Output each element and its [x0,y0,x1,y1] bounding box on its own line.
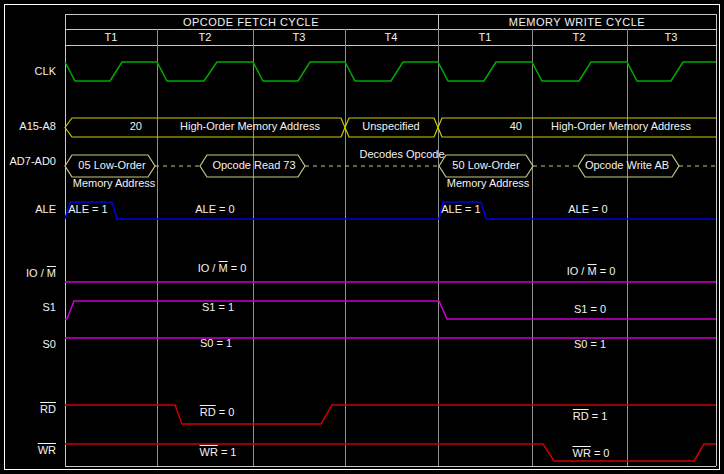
rd-0-fetch: RD = 0 [200,406,235,418]
a15-high-order-write: High-Order Memory Address [551,120,691,132]
clk-label: CLK [35,65,56,77]
a15-value-write: 40 [510,120,522,132]
s1-label: S1 [43,301,56,313]
s1-1-fetch: S1 = 1 [202,301,234,313]
rd-label: RD [40,403,56,415]
wr-waveform [65,444,716,461]
wr-label: WR [38,444,56,456]
rd-1-write: RD = 1 [573,410,608,422]
opcode-fetch-cycle-header: OPCODE FETCH CYCLE [183,16,319,28]
s1-waveform [65,301,716,319]
ad-decodes-opcode: Decodes Opcode [360,148,445,160]
s0-label: S0 [43,338,56,350]
a15-value-fetch: 20 [130,120,142,132]
a15-unspecified: Unspecified [362,120,419,132]
t-state-label: T3 [293,31,306,43]
ad-memory-address-fetch: Memory Address [73,177,156,189]
memory-write-cycle-header: MEMORY WRITE CYCLE [509,16,645,28]
s0-1-write: S0 = 1 [574,338,606,350]
t-state-label: T3 [665,31,678,43]
ale-1-write: ALE = 1 [441,203,480,215]
t-state-label: T1 [105,31,118,43]
ad7-ad0-label: AD7-AD0 [10,155,56,167]
ale-waveform [65,202,716,219]
ale-label: ALE [35,203,56,215]
clk-waveform [65,62,716,81]
ale-1-fetch: ALE = 1 [68,203,107,215]
t-state-label: T4 [385,31,398,43]
ad-memory-address-write: Memory Address [447,177,530,189]
ad-opcode-read: Opcode Read 73 [212,159,295,171]
wr-0-write: WR = 0 [573,447,610,459]
a15-a8-label: A15-A8 [19,120,56,132]
ad-low-order-write: 50 Low-Order [452,159,519,171]
ad-opcode-write: Opcode Write AB [585,159,669,171]
t-state-label: T2 [573,31,586,43]
timing-diagram: OPCODE FETCH CYCLE MEMORY WRITE CYCLE T1… [0,0,724,474]
io-m-label: IO / M [26,267,56,279]
s0-1-fetch: S0 = 1 [200,337,232,349]
waveform-canvas [0,0,724,474]
wr-1-fetch: WR = 1 [200,446,237,458]
rd-waveform [65,405,716,424]
iom-0-fetch: IO / M = 0 [198,262,247,274]
ale-0-write: ALE = 0 [568,203,607,215]
ad-low-order-fetch: 05 Low-Order [78,159,145,171]
t-state-label: T1 [479,31,492,43]
t-state-label: T2 [199,31,212,43]
a15-high-order-fetch: High-Order Memory Address [180,120,320,132]
s1-0-write: S1 = 0 [574,303,606,315]
iom-0-write: IO / M = 0 [567,265,616,277]
ale-0-fetch: ALE = 0 [195,203,234,215]
